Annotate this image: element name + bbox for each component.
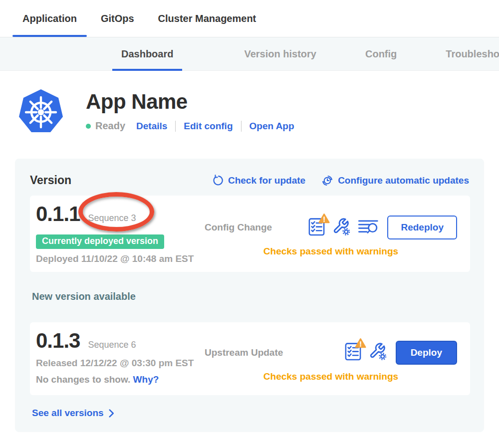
tab-config[interactable]: Config [356,37,406,71]
primary-nav: Application GitOps Cluster Management [0,0,499,37]
current-version-card: 0.1.1 Sequence 3 Currently deployed vers… [30,196,470,272]
nav-tab-gitops[interactable]: GitOps [91,0,144,37]
page-title: App Name [86,90,294,114]
clock-cycle-icon [321,175,333,187]
available-sequence-label: Sequence 6 [88,340,136,350]
current-version-number: 0.1.1 [36,203,80,225]
tab-troubleshoot[interactable]: Troubleshoot [437,37,499,71]
available-version-number: 0.1.3 [36,329,80,352]
nav-tab-cluster-management[interactable]: Cluster Management [148,0,266,37]
preflight-checks-icon[interactable] [308,218,325,238]
currently-deployed-badge: Currently deployed version [36,234,164,249]
wrench-gear-icon[interactable] [369,342,387,363]
nav-tab-application[interactable]: Application [12,0,87,37]
tab-dashboard[interactable]: Dashboard [112,37,182,71]
open-app-link[interactable]: Open App [250,121,294,132]
version-heading: Version [30,174,71,187]
see-all-versions-link[interactable]: See all versions [32,408,469,419]
deploy-button[interactable]: Deploy [396,341,457,365]
check-for-update-label: Check for update [228,175,305,186]
available-version-card: 0.1.3 Sequence 6 Released 12/12/22 @ 03:… [30,322,470,395]
current-sequence-label: Sequence 3 [88,213,136,224]
no-changes-text: No changes to show. [36,374,130,385]
configure-automatic-updates-label: Configure automatic updates [338,175,469,186]
lines-magnifier-icon[interactable] [358,220,379,236]
wrench-gear-icon[interactable] [332,218,351,238]
tab-version-history[interactable]: Version history [235,37,325,71]
new-version-available-heading: New version available [32,291,469,302]
available-source-label: Upstream Update [205,347,283,358]
check-for-update-button[interactable]: Check for update [212,175,305,186]
chevron-right-icon [109,409,114,418]
current-checks-status: Checks passed with warnings [205,246,457,257]
preflight-checks-icon[interactable] [345,342,361,363]
app-header: App Name Ready Details Edit config Open … [18,89,499,134]
redeploy-button[interactable]: Redeploy [387,216,457,239]
current-source-label: Config Change [205,222,272,233]
edit-config-link[interactable]: Edit config [184,121,233,132]
divider [175,121,176,132]
app-sub-nav: Dashboard Version history Config Trouble… [0,37,499,71]
refresh-icon [212,175,224,186]
status-badge: Ready [95,120,125,132]
divider [241,121,242,132]
see-all-versions-label: See all versions [32,408,104,419]
kubernetes-logo [18,89,63,134]
status-ready-dot [86,124,91,129]
released-timestamp: Released 12/12/22 @ 03:30 pm EST [36,358,205,369]
version-panel: Version Check for update Configure [15,159,484,432]
configure-automatic-updates-button[interactable]: Configure automatic updates [321,175,469,187]
available-checks-status: Checks passed with warnings [205,371,457,382]
details-link[interactable]: Details [136,121,167,132]
warning-triangle-icon [318,213,330,224]
deployed-timestamp: Deployed 11/10/22 @ 10:48 am EST [36,253,205,264]
warning-triangle-icon [355,338,366,348]
why-link[interactable]: Why? [133,374,159,385]
